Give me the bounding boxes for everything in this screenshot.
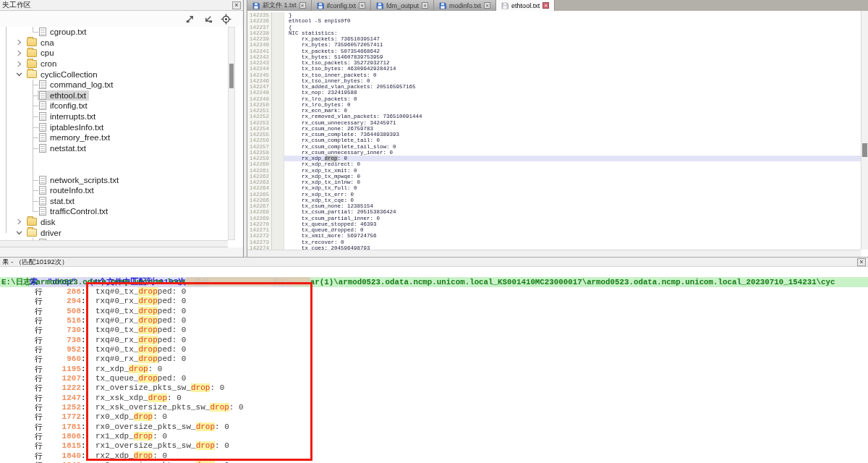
text-after: : 0 [338, 156, 348, 161]
workspace-vertical-scrollbar[interactable] [228, 27, 235, 240]
editor-tab-modinfo-txt[interactable]: modinfo.txt× [434, 0, 496, 11]
line-number: 142236 [247, 18, 272, 24]
editor-line-text: tx_packets: 507354668642 [284, 48, 861, 54]
tree-item-cycliccollection[interactable]: cyclicCollection [0, 69, 228, 80]
editor-line: 142246 tx_tso_inner_bytes: 0 [247, 78, 861, 84]
line-number: 142239 [247, 36, 272, 42]
line-number: 142257 [247, 144, 272, 150]
tab-close-button[interactable]: × [542, 2, 549, 9]
editor-vertical-scrollbar[interactable] [861, 11, 868, 250]
tree-item-box: cna [25, 38, 57, 48]
fold-margin [272, 78, 284, 84]
fold-margin [272, 185, 284, 191]
tree-item-box: cyclicCollection [25, 69, 101, 80]
editor-view[interactable]: 142235}142236ethtool -S enp1s0f0142237{1… [247, 11, 861, 250]
workspace-close-button[interactable]: × [232, 1, 241, 9]
editor-line-text: tx_queue_dropped: 0 [284, 227, 861, 233]
locate-current-file-button[interactable] [220, 13, 231, 25]
tree-item-label: stat.txt [50, 197, 75, 205]
tab-close-button[interactable]: × [422, 2, 428, 9]
result-line-number: 1815 [47, 441, 81, 451]
tree-item-label: ethtool.txt [50, 91, 86, 100]
line-number: 142243 [247, 60, 272, 66]
editor-horizontal-scrollbar[interactable] [247, 250, 861, 257]
editor-line-text: } [284, 12, 861, 18]
tree-item-label: driver [41, 229, 61, 237]
result-line-number: 1840 [47, 451, 81, 461]
editor-line: 142266 rx_xdp_tx_cqe: 0 [247, 197, 861, 203]
fold-margin [272, 18, 284, 24]
line-number: 142244 [247, 66, 272, 72]
tree-item-routeinfo-txt[interactable]: routeInfo.txt [0, 185, 228, 196]
fold-margin [272, 132, 284, 137]
line-number: 142266 [247, 197, 272, 203]
editor-line: 142260 rx_xdp_redirect: 0 [247, 161, 861, 167]
editor-line: 142258 rx_csum_unnecessary_inner: 0 [247, 150, 861, 156]
chevron-right-icon[interactable] [16, 61, 25, 67]
result-line-label: 行 [35, 403, 47, 412]
editor-line-text: rx_xdp_tx_xmit: 0 [284, 168, 861, 174]
editor-line: 142236ethtool -S enp1s0f0 [247, 18, 861, 24]
editor-line-text: tx_csum_none: 12385154 [284, 203, 861, 209]
scrollbar-thumb[interactable] [229, 64, 234, 88]
editor-line: 142242 tx_bytes: 514607839753959 [247, 54, 861, 60]
editor-tab-1-txt[interactable]: 新文件 1.txt× [247, 0, 312, 11]
tree-item-netstat-txt[interactable]: netstat.txt [0, 143, 228, 154]
line-number: 142240 [247, 42, 272, 48]
tree-item-cpu[interactable]: cpu [0, 48, 228, 59]
results-close-button[interactable]: × [857, 258, 866, 266]
tree-item-network-scripts-txt[interactable]: network_scripts.txt [0, 174, 228, 185]
tab-close-button[interactable]: × [484, 2, 490, 9]
tree-item-box: driver [25, 228, 64, 238]
editor-line-text: tx_bytes: 514607839753959 [284, 54, 861, 60]
tree-item-stat-txt[interactable]: stat.txt [0, 196, 228, 207]
chevron-down-icon[interactable] [16, 71, 25, 77]
file-icon [39, 207, 46, 216]
tree-item-trafficcontrol-txt[interactable]: trafficControl.txt [0, 206, 228, 217]
tree-item-interrupts-txt[interactable]: interrupts.txt [0, 111, 228, 122]
expand-all-button[interactable] [184, 13, 195, 25]
chevron-down-icon[interactable] [16, 229, 25, 236]
workspace-horizontal-scrollbar[interactable] [0, 240, 228, 247]
fold-margin [272, 197, 284, 203]
editor-line: 142261 rx_xdp_tx_xmit: 0 [247, 168, 861, 174]
tree-item-cgroup-txt[interactable]: cgroup.txt [0, 27, 228, 38]
result-line-label: 行 [35, 451, 47, 461]
editor-line: 142254 rx_csum_none: 26759783 [247, 126, 861, 132]
folder-icon [27, 38, 37, 46]
search-summary-row[interactable]: 索 "drop" （1个文件中匹配到10192次，总计次） [0, 267, 868, 277]
tree-item-label: cron [41, 59, 56, 68]
tree-item-label: cgroup.txt [50, 27, 87, 36]
tree-item-memory-free-txt[interactable]: memory_free.txt [0, 132, 228, 143]
tree-item-driver[interactable]: driver [0, 227, 228, 238]
editor-tab-fdm-output[interactable]: fdm_output× [371, 0, 434, 11]
collapse-all-button[interactable] [202, 13, 213, 25]
result-line-label: 行 [35, 365, 47, 374]
editor-tab-ethtool-txt[interactable]: ethtool.txt× [496, 0, 555, 11]
tree-item-cna[interactable]: cna [0, 38, 228, 48]
chevron-right-icon[interactable] [16, 50, 25, 56]
file-icon [39, 144, 46, 153]
editor-line-text: rx_xdp_tx_inlnw: 0 [284, 179, 861, 185]
tab-close-button[interactable]: × [299, 2, 306, 9]
editor-tab-ifconfig-txt[interactable]: ifconfig.txt× [312, 0, 372, 11]
tree-item-cron[interactable]: cron [0, 59, 228, 69]
tree-item-ethtool-txt[interactable]: ethtool.txt [0, 90, 228, 101]
tree-item-iptablesinfo-txt[interactable]: iptablesInfo.txt [0, 122, 228, 132]
editor-line-text: tx_added_vlan_packets: 205165957165 [284, 84, 861, 90]
tab-label: ifconfig.txt [327, 2, 357, 9]
tree-item-ifconfig-txt[interactable]: ifconfig.txt [0, 101, 228, 111]
text-before: rx_xdp_ [289, 156, 325, 161]
fold-margin [272, 84, 284, 90]
chevron-right-icon[interactable] [16, 39, 25, 46]
scrollbar-thumb[interactable] [862, 143, 867, 157]
tree-item-label: cpu [41, 48, 54, 57]
tree-item-disk[interactable]: disk [0, 217, 228, 228]
line-number: 142256 [247, 137, 272, 143]
line-number: 142264 [247, 185, 272, 191]
result-line-number: 1252 [47, 403, 81, 412]
tree-item-command-log-txt[interactable]: command_log.txt [0, 80, 228, 90]
tab-close-button[interactable]: × [359, 2, 365, 9]
chevron-right-icon[interactable] [16, 218, 25, 225]
result-line-label: 行 [35, 287, 47, 297]
